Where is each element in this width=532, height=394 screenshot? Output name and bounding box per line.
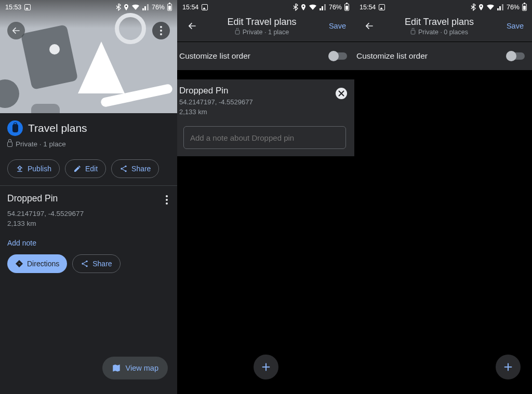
place-distance: 2,133 km: [179, 108, 347, 116]
wifi-icon: [309, 4, 317, 10]
status-time: 15:54: [182, 4, 198, 11]
bluetooth-icon: [471, 4, 476, 11]
status-bar: 15:54 76%: [354, 0, 532, 15]
arrow-left-icon: [11, 25, 21, 36]
directions-button[interactable]: Directions: [7, 254, 67, 273]
place-title: Dropped Pin: [179, 86, 347, 96]
screenshot-icon: [379, 4, 385, 10]
battery-percent: 76%: [152, 4, 165, 11]
add-place-fab[interactable]: [254, 355, 278, 379]
note-input[interactable]: [183, 126, 346, 149]
battery-icon: [344, 4, 349, 11]
pencil-icon: [73, 165, 82, 173]
publish-icon: [16, 165, 24, 173]
page-subtitle: Private · 0 places: [372, 29, 507, 36]
place-coordinates: 54.2147197, -4.5529677: [7, 210, 170, 218]
signal-icon: [319, 4, 326, 10]
svg-point-7: [302, 6, 304, 7]
screenshot-icon: [202, 4, 208, 10]
save-button[interactable]: Save: [507, 22, 525, 30]
map-icon: [112, 363, 121, 373]
place-share-button[interactable]: Share: [72, 254, 120, 273]
location-icon: [300, 4, 307, 11]
battery-icon: [167, 4, 172, 11]
more-vert-icon: [166, 195, 168, 205]
status-time: 15:54: [360, 4, 376, 11]
battery-icon: [522, 4, 527, 11]
save-button[interactable]: Save: [329, 22, 347, 30]
plus-icon: [502, 361, 514, 373]
customize-order-row[interactable]: Customize list order: [177, 42, 354, 70]
place-distance: 2,133 km: [7, 220, 170, 227]
back-button[interactable]: [7, 22, 25, 39]
page-title: Edit Travel plans: [372, 17, 507, 28]
plus-icon: [260, 361, 272, 373]
place-title: Dropped Pin: [7, 193, 58, 204]
status-bar: 15:53 76%: [0, 0, 177, 15]
edit-header: 15:54 76% Edit Travel plans Private · 0 …: [354, 0, 532, 42]
location-icon: [478, 4, 484, 11]
bluetooth-icon: [116, 4, 121, 11]
location-icon: [123, 4, 129, 11]
wifi-icon: [486, 4, 495, 10]
remove-place-button[interactable]: [336, 88, 347, 99]
publish-button[interactable]: Publish: [7, 159, 60, 178]
list-icon-badge: [7, 120, 23, 136]
directions-icon: [15, 260, 23, 268]
close-icon: [338, 90, 344, 97]
lock-icon: [7, 142, 12, 147]
customize-toggle[interactable]: [329, 52, 347, 60]
place-edit-card: Dropped Pin 54.2147197, -4.5529677 2,133…: [177, 79, 354, 156]
wifi-icon: [131, 4, 140, 10]
signal-icon: [142, 4, 149, 10]
share-icon: [81, 260, 89, 268]
status-bar: 15:54 76%: [177, 0, 354, 15]
svg-point-0: [125, 6, 127, 7]
place-item[interactable]: Dropped Pin 54.2147197, -4.5529677 2,133…: [7, 193, 170, 247]
battery-percent: 76%: [507, 4, 520, 11]
more-vert-icon: [160, 26, 162, 35]
bluetooth-icon: [293, 4, 298, 11]
customize-order-row[interactable]: Customize list order: [354, 42, 532, 70]
share-button[interactable]: Share: [111, 159, 159, 178]
screenshot-icon: [24, 4, 31, 10]
list-privacy-info: Private · 1 place: [7, 140, 170, 148]
edit-header: 15:54 76% Edit Travel plans Private · 1 …: [177, 0, 354, 42]
place-more-button[interactable]: [164, 193, 170, 207]
status-time: 15:53: [5, 4, 21, 11]
battery-percent: 76%: [329, 4, 342, 11]
edit-button[interactable]: Edit: [65, 159, 106, 178]
divider: [0, 185, 177, 186]
page-subtitle: Private · 1 place: [195, 29, 329, 36]
lock-icon: [235, 30, 240, 34]
list-hero-image: [0, 0, 177, 113]
svg-point-8: [480, 6, 482, 7]
add-place-fab[interactable]: [496, 355, 521, 379]
add-note-button[interactable]: Add note: [7, 239, 170, 247]
signal-icon: [497, 4, 504, 10]
more-options-button[interactable]: [152, 22, 170, 39]
share-icon: [119, 165, 128, 173]
customize-toggle[interactable]: [507, 52, 525, 60]
lock-icon: [411, 30, 416, 34]
view-map-button[interactable]: View map: [102, 357, 168, 379]
page-title: Edit Travel plans: [195, 17, 329, 28]
place-coordinates: 54.2147197, -4.5529677: [179, 98, 347, 106]
list-title: Travel plans: [28, 122, 87, 134]
